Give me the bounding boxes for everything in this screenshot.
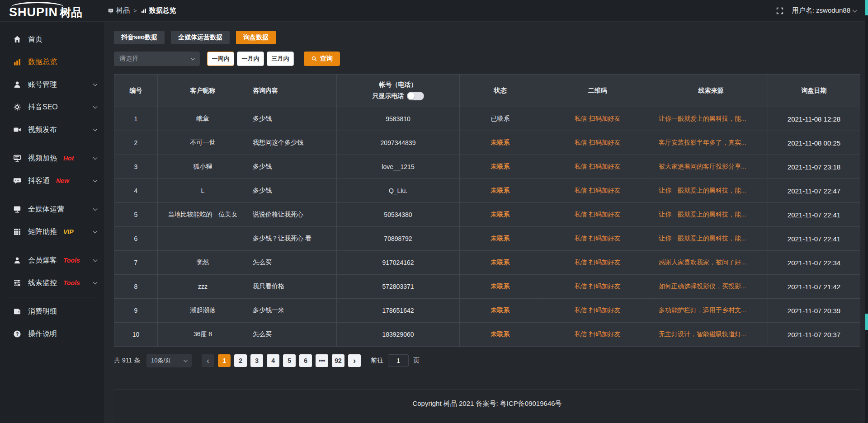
lead-source-link[interactable]: 无主灯设计，智能磁吸轨道灯...	[659, 330, 746, 338]
breadcrumb-root[interactable]: 树品	[108, 6, 130, 15]
qr-scan-add-friend-link[interactable]: 扫码加好友	[589, 211, 620, 218]
sidebar-item-badge: Tools	[63, 279, 80, 287]
qr-scan-add-friend-link[interactable]: 扫码加好友	[589, 235, 620, 242]
divider	[5, 195, 99, 195]
inquiry-content: 我想问这个多少钱	[248, 131, 337, 155]
qr-scan-add-friend-link[interactable]: 扫码加好友	[589, 139, 620, 146]
lead-source-cell: 被大家追着问的客厅投影分享...	[654, 155, 768, 179]
page-button-4[interactable]: 4	[267, 354, 279, 367]
status-badge: 已联系	[460, 107, 541, 131]
qr-private-message-link[interactable]: 私信	[575, 330, 587, 338]
account-phone: 70898792	[337, 227, 460, 251]
search-button[interactable]: 查询	[304, 52, 340, 66]
page-button-1[interactable]: 1	[218, 354, 231, 367]
qr-private-message-link[interactable]: 私信	[575, 139, 587, 146]
page-button-6[interactable]: 6	[299, 354, 312, 367]
lead-source-link[interactable]: 多功能护栏灯，适用于乡村文...	[659, 306, 746, 314]
lead-source-link[interactable]: 感谢大家喜欢我家，被问了好...	[659, 258, 746, 266]
page-button-5[interactable]: 5	[283, 354, 296, 367]
sidebar-item-douketong[interactable]: 抖客通New	[0, 169, 104, 192]
qr-scan-add-friend-link[interactable]: 扫码加好友	[589, 258, 620, 266]
sidebar-item-data-overview[interactable]: 数据总览	[0, 51, 104, 73]
qr-scan-add-friend-link[interactable]: 扫码加好友	[589, 187, 620, 194]
sidebar-item-video-heat[interactable]: 视频加热Hot	[0, 147, 104, 169]
chevron-down-icon	[93, 127, 98, 132]
filter-select-placeholder: 请选择	[119, 55, 138, 63]
sidebar-item-account-management[interactable]: 账号管理	[0, 73, 104, 96]
qrcode-cell: 私信 扫码加好友	[541, 179, 654, 203]
phone-only-toggle[interactable]	[407, 92, 424, 100]
qr-private-message-link[interactable]: 私信	[575, 282, 587, 290]
lead-source-link[interactable]: 让你一眼就爱上的黑科技，能...	[659, 211, 746, 218]
page-size-select[interactable]: 10条/页	[146, 354, 192, 367]
lead-source-link[interactable]: 让你一眼就爱上的黑科技，能...	[659, 235, 746, 242]
col-qrcode: 二维码	[541, 75, 654, 107]
sidebar-item-media-operation[interactable]: 全媒体运营	[0, 198, 104, 221]
next-page-button[interactable]: ›	[348, 354, 361, 367]
lead-source-link[interactable]: 如何正确选择投影仪，买投影...	[659, 282, 746, 290]
table-row: 8zzz我只看价格572803371未联系私信 扫码加好友如何正确选择投影仪，买…	[114, 275, 860, 299]
inquiry-date: 2021-11-07 23:18	[768, 155, 860, 179]
total-count: 共 911 条	[114, 357, 140, 365]
main-content: 抖音seo数据全媒体运营数据询盘数据 请选择 一周内一月内三月内 查询 编号 客…	[104, 22, 868, 423]
sidebar-item-label: 全媒体运营	[28, 205, 64, 214]
range-button-1[interactable]: 一月内	[237, 52, 264, 66]
sidebar-item-member-burst[interactable]: 会员爆客Tools	[0, 249, 104, 272]
qr-private-message-link[interactable]: 私信	[575, 211, 587, 218]
lead-source-link[interactable]: 让你一眼就爱上的黑科技，能...	[659, 115, 746, 122]
pagination: 共 911 条 10条/页 ‹ 123456•••92 › 前往 页	[114, 354, 860, 367]
qr-scan-add-friend-link[interactable]: 扫码加好友	[589, 282, 620, 290]
col-inquiry: 咨询内容	[248, 75, 337, 107]
lead-source-link[interactable]: 被大家追着问的客厅投影分享...	[659, 163, 746, 170]
logo-arc	[11, 2, 64, 7]
question-icon: ?	[13, 329, 22, 338]
sidebar-item-home[interactable]: 首页	[0, 28, 104, 51]
filter-bar: 请选择 一周内一月内三月内 查询	[114, 52, 860, 66]
qrcode-cell: 私信 扫码加好友	[541, 275, 654, 299]
chat-icon	[13, 176, 22, 185]
qr-private-message-link[interactable]: 私信	[575, 115, 587, 122]
page-ellipsis[interactable]: •••	[316, 354, 328, 367]
sidebar-item-consume-detail[interactable]: 消费明细	[0, 300, 104, 323]
range-buttons: 一周内一月内三月内	[204, 52, 294, 66]
user-menu[interactable]: 用户名: zswodun88	[792, 6, 856, 15]
col-account-phone: 帐号（电话） 只显示电话	[337, 75, 460, 107]
sidebar-item-matrix-boost[interactable]: 矩阵助推VIP	[0, 221, 104, 243]
tab-inquiry-data[interactable]: 询盘数据	[236, 31, 276, 44]
monitor-icon	[13, 205, 22, 214]
tab-media-operation-data[interactable]: 全媒体运营数据	[171, 31, 230, 44]
range-button-0[interactable]: 一周内	[207, 52, 234, 66]
qr-scan-add-friend-link[interactable]: 扫码加好友	[589, 163, 620, 170]
qr-scan-add-friend-link[interactable]: 扫码加好友	[589, 306, 620, 314]
fullscreen-icon[interactable]	[776, 7, 784, 15]
scrollbar[interactable]	[865, 0, 868, 423]
sidebar-item-video-publish[interactable]: 视频发布	[0, 118, 104, 141]
qr-private-message-link[interactable]: 私信	[575, 187, 587, 194]
qr-private-message-link[interactable]: 私信	[575, 306, 587, 314]
tab-douyin-seo-data[interactable]: 抖音seo数据	[114, 31, 165, 44]
range-button-2[interactable]: 三月内	[267, 52, 294, 66]
scrollbar-thumb[interactable]	[865, 0, 868, 15]
goto-page-input[interactable]	[388, 354, 409, 367]
row-number: 1	[114, 107, 158, 131]
qr-private-message-link[interactable]: 私信	[575, 235, 587, 242]
inquiry-content: 怎么买	[248, 323, 337, 347]
prev-page-button[interactable]: ‹	[202, 354, 214, 367]
qr-private-message-link[interactable]: 私信	[575, 163, 587, 170]
qr-scan-add-friend-link[interactable]: 扫码加好友	[589, 115, 620, 122]
page-button-92[interactable]: 92	[332, 354, 344, 367]
sidebar-item-operation-guide[interactable]: ?操作说明	[0, 323, 104, 345]
page-size-label: 10条/页	[151, 357, 171, 365]
page-button-2[interactable]: 2	[234, 354, 247, 367]
qr-scan-add-friend-link[interactable]: 扫码加好友	[589, 330, 620, 338]
sidebar-item-douyin-seo[interactable]: 抖音SEO	[0, 96, 104, 118]
sidebar-item-lead-monitor[interactable]: 线索监控Tools	[0, 272, 104, 294]
sidebar-item-badge: Tools	[63, 257, 80, 264]
filter-select[interactable]: 请选择	[114, 52, 200, 66]
qr-private-message-link[interactable]: 私信	[575, 258, 587, 266]
customer-nickname: 36度 8	[158, 323, 248, 347]
lead-source-link[interactable]: 让你一眼就爱上的黑科技，能...	[659, 187, 746, 194]
wallet-icon	[13, 307, 22, 316]
lead-source-link[interactable]: 客厅安装投影半年多了，真实...	[659, 139, 746, 146]
page-button-3[interactable]: 3	[250, 354, 263, 367]
